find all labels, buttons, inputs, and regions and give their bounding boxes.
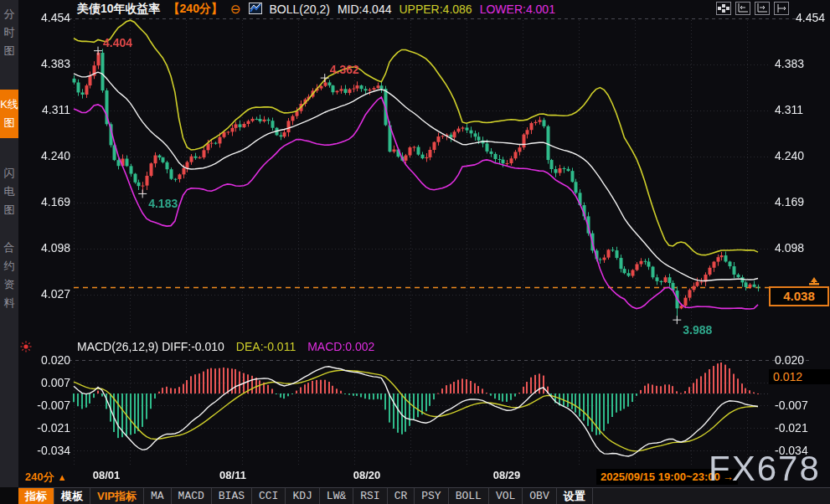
- tab-bias[interactable]: BIAS: [212, 488, 252, 504]
- triangle-up-icon: ▲: [58, 472, 67, 482]
- minus-circle-icon[interactable]: ⊖: [230, 2, 241, 17]
- boll-upper: UPPER:4.086: [399, 3, 472, 16]
- price-chart-canvas[interactable]: [18, 18, 830, 467]
- tab-macd[interactable]: MACD: [172, 488, 212, 504]
- live-indicator-icon[interactable]: [20, 341, 32, 356]
- axis-pan-left-icon[interactable]: [735, 2, 750, 15]
- trading-chart-app: 分时图 K线图 闪电图 合约资料 美债10年收益率 【240分】 ⊖ BOLL(…: [0, 0, 830, 504]
- boll-lower: LOWER:4.001: [480, 3, 555, 16]
- boll-name: BOLL(20,2): [270, 3, 330, 16]
- macd-name-diff: MACD(26,12,9) DIFF:-0.010: [77, 340, 224, 353]
- x-axis-label: 08/29: [482, 469, 532, 481]
- tab-obv[interactable]: OBV: [523, 488, 556, 504]
- period-label[interactable]: 【240分】: [168, 2, 223, 17]
- sidebar-item-contract-info[interactable]: 合约资料: [0, 239, 18, 312]
- tab-boll[interactable]: BOLL: [449, 488, 489, 504]
- sidebar: 分时图 K线图 闪电图 合约资料: [0, 0, 18, 504]
- price-alert-icon[interactable]: [806, 275, 822, 291]
- top-bar: 美债10年收益率 【240分】 ⊖ BOLL(20,2) MID:4.044 U…: [18, 0, 830, 18]
- exit-right-icon[interactable]: [774, 2, 789, 15]
- indicator-tab-bar: 指标模板VIP指标MAMACDBIASCCIKDJLW&RSICRPSYBOLL…: [18, 487, 830, 504]
- period-footer[interactable]: 240分▲: [25, 470, 67, 485]
- sidebar-item-time-chart[interactable]: 分时图: [0, 5, 18, 60]
- window-controls: [716, 2, 789, 15]
- symbol-title: 美债10年收益率: [77, 2, 161, 17]
- tab-ma[interactable]: MA: [144, 488, 172, 504]
- boll-mid: MID:4.044: [338, 3, 392, 16]
- tab-vol[interactable]: VOL: [489, 488, 523, 504]
- indicator-icon[interactable]: [249, 3, 262, 17]
- sidebar-item-flash-chart[interactable]: 闪电图: [0, 164, 18, 219]
- tab-templates[interactable]: 模板: [54, 488, 90, 504]
- macd-macd-value: MACD:0.002: [307, 340, 374, 353]
- watermark: FX678: [709, 449, 821, 489]
- move-icon[interactable]: [716, 2, 731, 15]
- tab-kdj[interactable]: KDJ: [286, 488, 319, 504]
- x-axis-label: 08/20: [342, 469, 392, 481]
- macd-dea-value: DEA:-0.011: [236, 340, 296, 353]
- tab-rsi[interactable]: RSI: [353, 488, 387, 504]
- x-axis-label: 08/11: [208, 469, 258, 481]
- tab-lwr[interactable]: LW&: [320, 488, 353, 504]
- macd-header: MACD(26,12,9) DIFF:-0.010 DEA:-0.011 MAC…: [77, 340, 374, 353]
- tab-settings[interactable]: 设置: [557, 488, 593, 504]
- tab-vip-indicators[interactable]: VIP指标: [90, 488, 144, 504]
- tab-cci[interactable]: CCI: [252, 488, 286, 504]
- sidebar-item-kline-chart[interactable]: K线图: [0, 90, 18, 138]
- tab-indicators[interactable]: 指标: [18, 488, 54, 504]
- x-axis-label: 08/01: [81, 469, 131, 481]
- tab-psy[interactable]: PSY: [415, 488, 448, 504]
- macd-current-badge: 0.012: [769, 369, 830, 384]
- axis-pan-right-icon[interactable]: [755, 2, 770, 15]
- tab-cr[interactable]: CR: [388, 488, 415, 504]
- sidebar-footer: [0, 487, 18, 504]
